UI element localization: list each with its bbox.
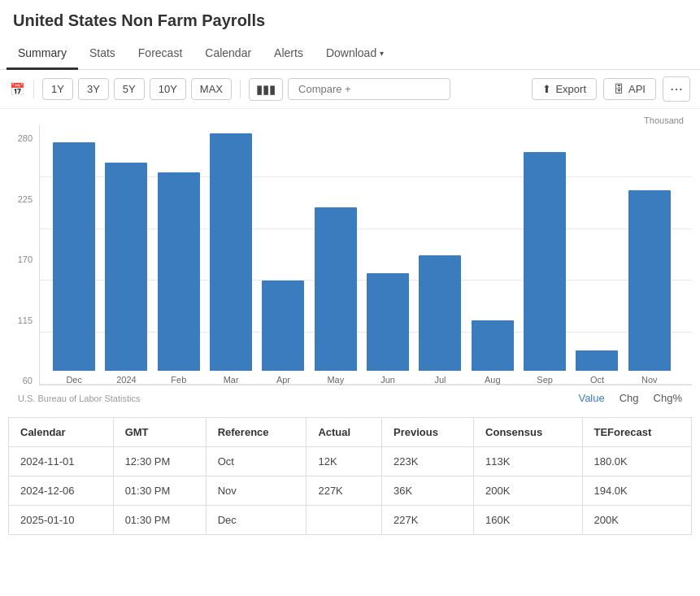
table-cell: Oct bbox=[206, 447, 307, 476]
calendar-icon[interactable]: 📅 bbox=[10, 82, 25, 97]
table-cell: 223K bbox=[382, 447, 474, 476]
table-cell bbox=[307, 506, 382, 535]
tab-forecast[interactable]: Forecast bbox=[127, 38, 193, 70]
chart-inner: Dec2024FebMarAprMayJunJulAugSepOctNov bbox=[39, 125, 692, 385]
bar-group: Jun bbox=[362, 133, 414, 385]
chart-container: 280 225 170 115 60 Dec2024FebMarAprMayJu… bbox=[8, 125, 692, 385]
chgpct-label[interactable]: Chg% bbox=[654, 392, 682, 404]
chart-bar[interactable] bbox=[262, 281, 304, 371]
bar-label: 2024 bbox=[116, 375, 136, 385]
chart-bar[interactable] bbox=[105, 163, 147, 371]
chart-bar[interactable] bbox=[628, 190, 671, 371]
table-cell: 36K bbox=[382, 476, 474, 506]
bar-label: Sep bbox=[537, 375, 553, 385]
table-cell: 200K bbox=[582, 506, 692, 535]
bar-label: Apr bbox=[276, 375, 290, 385]
bar-label: May bbox=[327, 375, 344, 385]
chart-unit-label: Thousand bbox=[8, 112, 692, 125]
chart-bar[interactable] bbox=[367, 273, 409, 372]
toolbar-separator-1 bbox=[33, 80, 34, 98]
tab-download[interactable]: Download ▾ bbox=[315, 38, 395, 70]
chart-bar[interactable] bbox=[524, 152, 566, 371]
chg-label[interactable]: Chg bbox=[620, 392, 639, 404]
chart-bar[interactable] bbox=[419, 255, 461, 371]
export-button[interactable]: ⬆ Export bbox=[532, 78, 597, 100]
bar-group: Sep bbox=[519, 133, 571, 385]
bar-group: Feb bbox=[153, 133, 205, 385]
more-options-button[interactable]: ⋯ bbox=[663, 76, 690, 102]
table-cell: 180.0K bbox=[582, 447, 692, 476]
table-cell: 01:30 PM bbox=[113, 506, 206, 535]
table-cell: 227K bbox=[307, 476, 382, 506]
bar-label: Jul bbox=[434, 375, 446, 385]
table-section: CalendarGMTReferenceActualPreviousConsen… bbox=[8, 417, 692, 535]
table-header: Consensus bbox=[474, 418, 582, 447]
tab-stats[interactable]: Stats bbox=[78, 38, 127, 70]
bar-group: 2024 bbox=[100, 133, 152, 385]
chart-type-button[interactable]: ▮▮▮ bbox=[249, 78, 283, 101]
table-header: Calendar bbox=[9, 418, 114, 447]
table-header: Actual bbox=[307, 418, 382, 447]
table-cell: 160K bbox=[474, 506, 582, 535]
bar-label: Feb bbox=[171, 375, 186, 385]
bar-group: Mar bbox=[205, 133, 257, 385]
bar-group: Jul bbox=[414, 133, 466, 385]
table-cell: 2024-11-01 bbox=[9, 447, 114, 476]
table-header: GMT bbox=[113, 418, 206, 447]
tab-calendar[interactable]: Calendar bbox=[193, 38, 263, 70]
bar-label: Dec bbox=[66, 375, 82, 385]
chart-area: Thousand 280 225 170 115 60 Dec2024FebMa… bbox=[0, 112, 700, 407]
table-header: TEForecast bbox=[582, 418, 692, 447]
chart-bar[interactable] bbox=[472, 320, 514, 371]
bar-group: Nov bbox=[624, 133, 676, 385]
chart-bar[interactable] bbox=[576, 350, 618, 371]
bar-group: Dec bbox=[48, 133, 100, 385]
bar-label: Aug bbox=[485, 375, 501, 385]
tab-summary[interactable]: Summary bbox=[7, 38, 78, 70]
table-cell: 194.0K bbox=[582, 476, 692, 506]
table-header: Previous bbox=[382, 418, 474, 447]
chart-bar[interactable] bbox=[158, 172, 200, 371]
table-header: Reference bbox=[206, 418, 307, 447]
bar-group: Oct bbox=[571, 133, 623, 385]
chevron-down-icon: ▾ bbox=[380, 49, 384, 58]
table-row: 2024-11-0112:30 PMOct12K223K113K180.0K bbox=[9, 447, 692, 476]
range-5y-button[interactable]: 5Y bbox=[114, 78, 145, 100]
table-cell: 12:30 PM bbox=[113, 447, 206, 476]
bar-label: Nov bbox=[641, 375, 658, 385]
upload-icon: ⬆ bbox=[542, 83, 551, 95]
table-cell: 2024-12-06 bbox=[9, 476, 114, 506]
database-icon: 🗄 bbox=[614, 83, 624, 95]
chart-bar[interactable] bbox=[210, 133, 252, 371]
table-cell: Nov bbox=[206, 476, 307, 506]
table-cell: 227K bbox=[382, 506, 474, 535]
compare-input[interactable] bbox=[288, 78, 450, 100]
chart-bar[interactable] bbox=[315, 207, 357, 371]
source-text: U.S. Bureau of Labor Statistics bbox=[18, 394, 140, 403]
bar-group: May bbox=[310, 133, 362, 385]
table-cell: 01:30 PM bbox=[113, 476, 206, 506]
range-1y-button[interactable]: 1Y bbox=[42, 78, 73, 100]
nav-tabs: Summary Stats Forecast Calendar Alerts D… bbox=[0, 38, 700, 70]
bar-group: Apr bbox=[257, 133, 309, 385]
bar-label: Jun bbox=[380, 375, 395, 385]
bar-label: Mar bbox=[224, 375, 239, 385]
bar-group: Aug bbox=[467, 133, 519, 385]
toolbar: 📅 1Y 3Y 5Y 10Y MAX ▮▮▮ ⬆ Export 🗄 API ⋯ bbox=[0, 70, 700, 109]
range-max-button[interactable]: MAX bbox=[191, 78, 232, 100]
bar-label: Oct bbox=[590, 375, 604, 385]
api-button[interactable]: 🗄 API bbox=[603, 78, 656, 100]
page-title: United States Non Farm Payrolls bbox=[0, 0, 700, 38]
chart-bar[interactable] bbox=[53, 142, 95, 371]
table-row: 2024-12-0601:30 PMNov227K36K200K194.0K bbox=[9, 476, 692, 506]
table-cell: Dec bbox=[206, 506, 307, 535]
value-link[interactable]: Value bbox=[578, 392, 604, 404]
y-axis: 280 225 170 115 60 bbox=[8, 125, 39, 385]
table-cell: 200K bbox=[474, 476, 582, 506]
tab-alerts[interactable]: Alerts bbox=[263, 38, 315, 70]
range-10y-button[interactable]: 10Y bbox=[150, 78, 186, 100]
range-3y-button[interactable]: 3Y bbox=[78, 78, 109, 100]
value-chg-row: Value Chg Chg% bbox=[578, 392, 682, 404]
table-cell: 113K bbox=[474, 447, 582, 476]
table-row: 2025-01-1001:30 PMDec227K160K200K bbox=[9, 506, 692, 535]
